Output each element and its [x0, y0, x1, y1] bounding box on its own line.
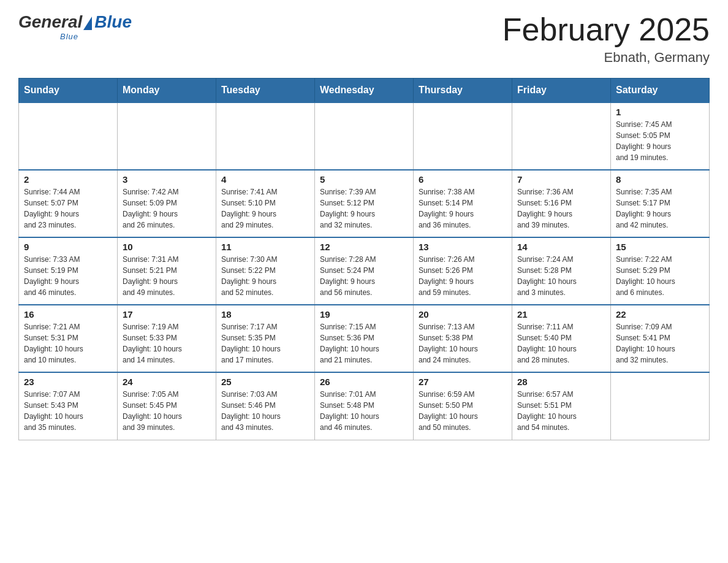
day-number: 14	[517, 242, 605, 252]
day-number: 26	[320, 377, 408, 387]
day-info: Sunrise: 7:22 AM Sunset: 5:29 PM Dayligh…	[616, 254, 704, 298]
day-number: 12	[320, 242, 408, 252]
table-row: 12Sunrise: 7:28 AM Sunset: 5:24 PM Dayli…	[315, 237, 414, 305]
day-info: Sunrise: 7:35 AM Sunset: 5:17 PM Dayligh…	[616, 186, 704, 231]
table-row: 27Sunrise: 6:59 AM Sunset: 5:50 PM Dayli…	[414, 372, 512, 440]
col-sunday: Sunday	[19, 79, 118, 103]
table-row: 20Sunrise: 7:13 AM Sunset: 5:38 PM Dayli…	[414, 305, 512, 372]
table-row: 21Sunrise: 7:11 AM Sunset: 5:40 PM Dayli…	[512, 305, 611, 372]
table-row: 24Sunrise: 7:05 AM Sunset: 5:45 PM Dayli…	[118, 372, 216, 440]
day-number: 23	[24, 377, 112, 387]
col-monday: Monday	[118, 79, 216, 103]
day-info: Sunrise: 6:59 AM Sunset: 5:50 PM Dayligh…	[419, 389, 507, 433]
day-info: Sunrise: 7:17 AM Sunset: 5:35 PM Dayligh…	[221, 321, 309, 366]
day-number: 1	[616, 107, 704, 117]
day-info: Sunrise: 7:44 AM Sunset: 5:07 PM Dayligh…	[24, 186, 112, 231]
table-row: 13Sunrise: 7:26 AM Sunset: 5:26 PM Dayli…	[414, 237, 512, 305]
table-row: 17Sunrise: 7:19 AM Sunset: 5:33 PM Dayli…	[118, 305, 216, 372]
day-info: Sunrise: 7:26 AM Sunset: 5:26 PM Dayligh…	[419, 254, 507, 298]
day-info: Sunrise: 7:28 AM Sunset: 5:24 PM Dayligh…	[320, 254, 408, 298]
table-row	[19, 102, 118, 170]
day-number: 19	[320, 309, 408, 320]
table-row	[414, 102, 512, 170]
day-info: Sunrise: 7:13 AM Sunset: 5:38 PM Dayligh…	[419, 321, 507, 366]
day-info: Sunrise: 7:33 AM Sunset: 5:19 PM Dayligh…	[24, 254, 112, 298]
table-row: 9Sunrise: 7:33 AM Sunset: 5:19 PM Daylig…	[19, 237, 118, 305]
month-title: February 2025	[502, 12, 710, 47]
day-info: Sunrise: 7:19 AM Sunset: 5:33 PM Dayligh…	[123, 321, 211, 366]
day-number: 8	[616, 174, 704, 185]
table-row	[611, 372, 710, 440]
logo-general-text: General	[18, 12, 82, 32]
logo-underline-text: Blue	[60, 32, 78, 41]
day-number: 17	[123, 309, 211, 320]
calendar-week-row: 2Sunrise: 7:44 AM Sunset: 5:07 PM Daylig…	[19, 170, 710, 237]
table-row: 23Sunrise: 7:07 AM Sunset: 5:43 PM Dayli…	[19, 372, 118, 440]
logo-blue-text: Blue	[94, 12, 132, 32]
page-header: General Blue Blue February 2025 Ebnath, …	[18, 12, 710, 66]
day-number: 13	[419, 242, 507, 252]
col-saturday: Saturday	[611, 79, 710, 103]
day-number: 18	[221, 309, 309, 320]
day-number: 25	[221, 377, 309, 387]
table-row	[118, 102, 216, 170]
table-row	[216, 102, 315, 170]
day-number: 9	[24, 242, 112, 252]
table-row: 2Sunrise: 7:44 AM Sunset: 5:07 PM Daylig…	[19, 170, 118, 237]
day-number: 28	[517, 377, 605, 387]
table-row: 4Sunrise: 7:41 AM Sunset: 5:10 PM Daylig…	[216, 170, 315, 237]
table-row: 28Sunrise: 6:57 AM Sunset: 5:51 PM Dayli…	[512, 372, 611, 440]
day-info: Sunrise: 7:24 AM Sunset: 5:28 PM Dayligh…	[517, 254, 605, 298]
day-info: Sunrise: 7:31 AM Sunset: 5:21 PM Dayligh…	[123, 254, 211, 298]
day-info: Sunrise: 7:11 AM Sunset: 5:40 PM Dayligh…	[517, 321, 605, 366]
day-number: 27	[419, 377, 507, 387]
day-info: Sunrise: 6:57 AM Sunset: 5:51 PM Dayligh…	[517, 389, 605, 433]
col-wednesday: Wednesday	[315, 79, 414, 103]
day-number: 20	[419, 309, 507, 320]
day-number: 3	[123, 174, 211, 185]
col-thursday: Thursday	[414, 79, 512, 103]
day-info: Sunrise: 7:21 AM Sunset: 5:31 PM Dayligh…	[24, 321, 112, 366]
table-row: 14Sunrise: 7:24 AM Sunset: 5:28 PM Dayli…	[512, 237, 611, 305]
logo-triangle-icon	[83, 17, 92, 30]
day-number: 24	[123, 377, 211, 387]
calendar-week-row: 16Sunrise: 7:21 AM Sunset: 5:31 PM Dayli…	[19, 305, 710, 372]
table-row: 15Sunrise: 7:22 AM Sunset: 5:29 PM Dayli…	[611, 237, 710, 305]
table-row	[512, 102, 611, 170]
day-info: Sunrise: 7:36 AM Sunset: 5:16 PM Dayligh…	[517, 186, 605, 231]
table-row: 22Sunrise: 7:09 AM Sunset: 5:41 PM Dayli…	[611, 305, 710, 372]
day-info: Sunrise: 7:38 AM Sunset: 5:14 PM Dayligh…	[419, 186, 507, 231]
table-row: 18Sunrise: 7:17 AM Sunset: 5:35 PM Dayli…	[216, 305, 315, 372]
day-info: Sunrise: 7:41 AM Sunset: 5:10 PM Dayligh…	[221, 186, 309, 231]
day-info: Sunrise: 7:05 AM Sunset: 5:45 PM Dayligh…	[123, 389, 211, 433]
day-number: 11	[221, 242, 309, 252]
table-row: 26Sunrise: 7:01 AM Sunset: 5:48 PM Dayli…	[315, 372, 414, 440]
day-number: 15	[616, 242, 704, 252]
day-number: 4	[221, 174, 309, 185]
table-row: 19Sunrise: 7:15 AM Sunset: 5:36 PM Dayli…	[315, 305, 414, 372]
table-row: 7Sunrise: 7:36 AM Sunset: 5:16 PM Daylig…	[512, 170, 611, 237]
day-info: Sunrise: 7:30 AM Sunset: 5:22 PM Dayligh…	[221, 254, 309, 298]
col-tuesday: Tuesday	[216, 79, 315, 103]
calendar-header-row: Sunday Monday Tuesday Wednesday Thursday…	[19, 79, 710, 103]
table-row	[315, 102, 414, 170]
day-info: Sunrise: 7:45 AM Sunset: 5:05 PM Dayligh…	[616, 119, 704, 163]
day-info: Sunrise: 7:03 AM Sunset: 5:46 PM Dayligh…	[221, 389, 309, 433]
location-label: Ebnath, Germany	[502, 50, 710, 66]
table-row: 3Sunrise: 7:42 AM Sunset: 5:09 PM Daylig…	[118, 170, 216, 237]
day-info: Sunrise: 7:39 AM Sunset: 5:12 PM Dayligh…	[320, 186, 408, 231]
day-info: Sunrise: 7:01 AM Sunset: 5:48 PM Dayligh…	[320, 389, 408, 433]
day-number: 6	[419, 174, 507, 185]
day-number: 2	[24, 174, 112, 185]
calendar-table: Sunday Monday Tuesday Wednesday Thursday…	[18, 78, 710, 440]
day-number: 7	[517, 174, 605, 185]
day-info: Sunrise: 7:42 AM Sunset: 5:09 PM Dayligh…	[123, 186, 211, 231]
table-row: 6Sunrise: 7:38 AM Sunset: 5:14 PM Daylig…	[414, 170, 512, 237]
day-number: 16	[24, 309, 112, 320]
day-info: Sunrise: 7:07 AM Sunset: 5:43 PM Dayligh…	[24, 389, 112, 433]
calendar-week-row: 9Sunrise: 7:33 AM Sunset: 5:19 PM Daylig…	[19, 237, 710, 305]
day-info: Sunrise: 7:15 AM Sunset: 5:36 PM Dayligh…	[320, 321, 408, 366]
day-number: 10	[123, 242, 211, 252]
table-row: 11Sunrise: 7:30 AM Sunset: 5:22 PM Dayli…	[216, 237, 315, 305]
table-row: 8Sunrise: 7:35 AM Sunset: 5:17 PM Daylig…	[611, 170, 710, 237]
